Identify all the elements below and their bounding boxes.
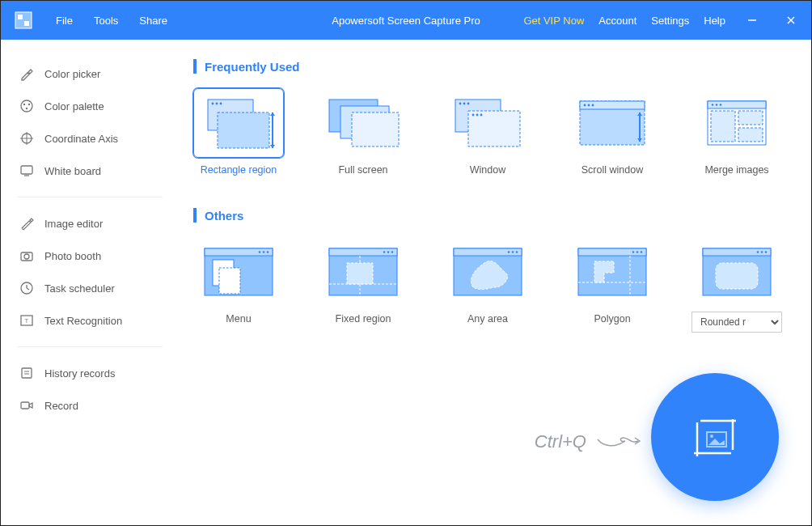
sidebar-divider — [17, 197, 163, 197]
svg-point-42 — [480, 114, 483, 117]
sidebar-item-coordinate-axis[interactable]: Coordinate Axis — [12, 122, 167, 155]
svg-point-9 — [26, 108, 27, 109]
svg-point-45 — [584, 104, 586, 107]
record-icon — [19, 397, 35, 414]
sidebar-item-photo-booth[interactable]: Photo booth — [12, 240, 167, 272]
svg-point-87 — [761, 251, 763, 253]
tile-any-area[interactable]: Any area — [442, 237, 533, 333]
svg-rect-89 — [716, 263, 758, 289]
sidebar-item-text-recognition[interactable]: T Text Recognition — [12, 304, 167, 337]
tile-scroll-window[interactable]: Scroll window — [567, 88, 658, 176]
tile-label: Window — [442, 164, 533, 176]
menu-file[interactable]: File — [56, 15, 73, 27]
ocr-icon: T — [19, 312, 35, 329]
svg-rect-54 — [711, 111, 735, 142]
sidebar-item-label: White board — [44, 165, 101, 177]
tile-full-screen[interactable]: Full screen — [318, 88, 408, 176]
svg-point-59 — [259, 251, 261, 253]
svg-point-88 — [765, 251, 768, 253]
help-link[interactable]: Help — [704, 15, 725, 27]
sidebar: Color picker Color palette Coordinate Ax… — [1, 40, 179, 525]
palette-icon — [19, 98, 35, 114]
svg-point-66 — [383, 251, 386, 253]
svg-point-29 — [220, 103, 222, 105]
menu-share[interactable]: Share — [139, 15, 167, 27]
tile-label: Full screen — [318, 164, 408, 176]
svg-rect-85 — [703, 248, 771, 256]
svg-rect-1 — [18, 15, 23, 19]
svg-rect-22 — [22, 368, 32, 378]
sidebar-item-task-scheduler[interactable]: Task scheduler — [12, 272, 167, 304]
sidebar-item-history-records[interactable]: History records — [12, 357, 167, 389]
clock-icon — [19, 280, 35, 296]
history-icon — [19, 365, 35, 381]
tile-label: Menu — [193, 313, 284, 325]
get-vip-link[interactable]: Get VIP Now — [523, 15, 584, 27]
tile-rounded-rectangle[interactable]: Rounded r — [691, 237, 782, 333]
sidebar-item-label: Photo booth — [44, 250, 101, 262]
svg-point-60 — [263, 251, 265, 253]
svg-rect-55 — [738, 111, 763, 125]
svg-rect-71 — [347, 263, 373, 284]
tile-menu[interactable]: Menu — [193, 237, 284, 333]
rounded-shape-select[interactable]: Rounded r — [691, 312, 782, 333]
svg-point-46 — [588, 104, 590, 107]
svg-rect-30 — [218, 112, 269, 148]
svg-point-80 — [636, 251, 639, 253]
svg-rect-39 — [468, 111, 520, 146]
sidebar-item-white-board[interactable]: White board — [12, 155, 167, 187]
tile-window[interactable]: Window — [442, 88, 533, 176]
svg-point-6 — [21, 100, 32, 112]
svg-rect-63 — [219, 268, 240, 294]
tile-rectangle-region[interactable]: Rectangle region — [193, 88, 284, 176]
account-link[interactable]: Account — [598, 15, 636, 27]
svg-point-28 — [216, 103, 218, 105]
svg-point-61 — [267, 251, 269, 253]
sidebar-divider — [17, 346, 163, 347]
svg-rect-56 — [738, 128, 763, 142]
svg-point-27 — [212, 103, 214, 105]
settings-link[interactable]: Settings — [651, 15, 689, 27]
tile-label: Scroll window — [567, 164, 658, 176]
sidebar-item-label: Record — [44, 400, 78, 412]
sidebar-item-color-palette[interactable]: Color palette — [12, 90, 167, 122]
svg-point-47 — [592, 104, 594, 107]
sidebar-item-label: Image editor — [44, 218, 103, 230]
sidebar-item-label: Text Recognition — [44, 315, 122, 327]
close-button[interactable] — [779, 8, 803, 32]
crosshair-icon — [19, 130, 35, 146]
svg-rect-2 — [24, 21, 29, 26]
section-others-title: Others — [193, 208, 797, 223]
svg-rect-13 — [21, 166, 32, 174]
sidebar-item-image-editor[interactable]: Image editor — [12, 207, 167, 240]
svg-point-51 — [712, 104, 714, 106]
svg-rect-34 — [352, 112, 399, 146]
svg-rect-73 — [454, 248, 522, 256]
svg-text:T: T — [25, 318, 29, 324]
sidebar-item-label: Coordinate Axis — [44, 133, 118, 145]
capture-button[interactable] — [651, 373, 779, 501]
tile-polygon[interactable]: Polygon — [567, 237, 658, 333]
svg-point-76 — [516, 251, 518, 253]
pencil-icon — [19, 215, 35, 231]
sidebar-item-color-picker[interactable]: Color picker — [12, 57, 167, 90]
minimize-button[interactable] — [740, 8, 764, 32]
svg-point-68 — [391, 251, 394, 253]
sidebar-item-label: Color palette — [44, 100, 104, 112]
sidebar-item-record[interactable]: Record — [12, 389, 167, 422]
svg-point-8 — [28, 104, 30, 105]
svg-point-40 — [472, 114, 475, 117]
menu-tools[interactable]: Tools — [94, 15, 118, 27]
svg-point-37 — [463, 103, 466, 105]
tile-label: Fixed region — [318, 313, 408, 325]
tile-label: Any area — [442, 313, 533, 325]
svg-point-16 — [24, 254, 29, 259]
svg-point-75 — [512, 251, 514, 253]
svg-point-95 — [710, 435, 713, 438]
tile-merge-images[interactable]: Merge images — [691, 88, 782, 176]
tile-fixed-region[interactable]: Fixed region — [318, 237, 408, 333]
sidebar-item-label: Color picker — [44, 68, 100, 80]
svg-point-41 — [476, 114, 479, 117]
tile-label: Polygon — [567, 313, 658, 325]
tile-label: Merge images — [691, 164, 782, 176]
